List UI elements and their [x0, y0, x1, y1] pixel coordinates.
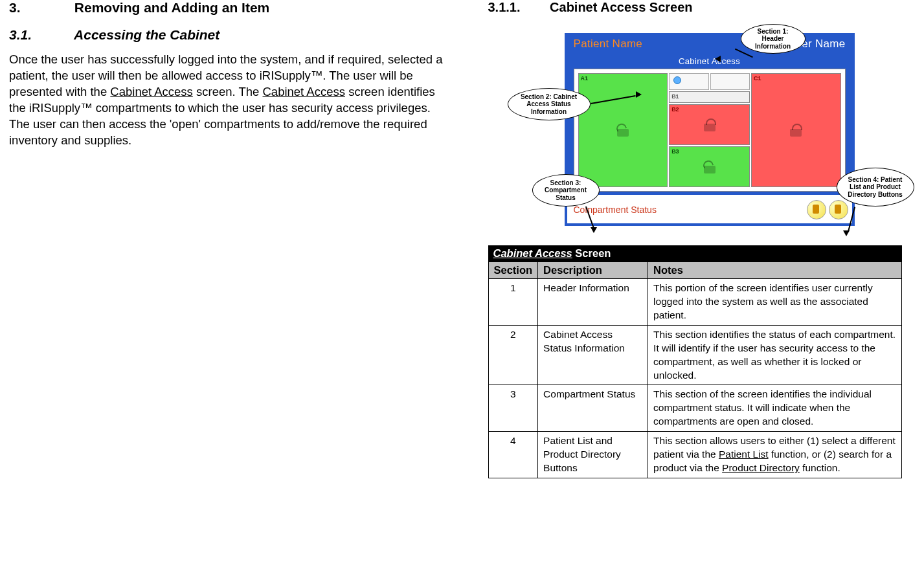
compartment-c1-label: C1 [754, 75, 761, 82]
table-caption-underline: Cabinet Access [493, 247, 572, 259]
compartment-b3: B3 [669, 146, 750, 187]
cell-section: 4 [488, 432, 538, 478]
arrowhead-1 [715, 56, 721, 62]
th-description: Description [538, 262, 648, 279]
compartment-c1: C1 [751, 73, 841, 187]
table-row: 4 Patient List and Product Directory But… [488, 432, 902, 478]
compartment-a1-label: A1 [581, 75, 589, 82]
table-caption-rest: Screen [572, 247, 611, 259]
heading-3-1-text: Accessing the Cabinet [74, 27, 220, 42]
intro-underline-2: Cabinet Access [262, 85, 345, 98]
panel-left [669, 73, 708, 90]
intro-underline-1: Cabinet Access [110, 85, 193, 98]
product-directory-button-icon [829, 200, 848, 219]
cell-notes: This portion of the screen identifies us… [648, 279, 902, 326]
patient-list-button-icon [807, 200, 826, 219]
cabinet-screen-mock: Patient Name User Name Cabinet Access A1 [565, 33, 855, 226]
note4-b: Patient List [719, 449, 769, 460]
arrowhead-2 [636, 91, 642, 98]
cabinet-body-title: Cabinet Access [574, 56, 846, 69]
compartment-b1: B1 [669, 91, 750, 103]
intro-paragraph: Once the user has successfully logged in… [9, 52, 443, 149]
compartment-a1: A1 [578, 73, 668, 187]
cabinet-footer: Compartment Status [567, 194, 852, 223]
table-row: 2 Cabinet Access Status Information This… [488, 325, 902, 385]
table-header-row: Section Description Notes [488, 262, 902, 279]
panel-right [710, 73, 750, 90]
th-section: Section [488, 262, 538, 279]
table-row: 3 Compartment Status This section of the… [488, 385, 902, 432]
patient-name-label: Patient Name [574, 38, 643, 50]
callout-section-4: Section 4: Patient List and Product Dire… [837, 168, 914, 206]
heading-3-1-1-text: Cabinet Access Screen [550, 0, 692, 14]
cell-section: 1 [488, 279, 538, 326]
table-caption: Cabinet Access Screen [488, 245, 903, 262]
cabinet-units: A1 B1 B2 [574, 69, 846, 192]
arrowhead-3 [591, 227, 597, 233]
intro-text-2: screen. The [193, 85, 263, 98]
heading-3-1-number: 3.1. [9, 27, 71, 43]
table-row: 1 Header Information This portion of the… [488, 279, 902, 326]
cell-description: Cabinet Access Status Information [538, 325, 648, 385]
note4-d: Product Directory [722, 462, 800, 473]
cell-notes: This section of the screen identifies th… [648, 385, 902, 432]
cell-description: Compartment Status [538, 385, 648, 432]
unit-b: B1 B2 B3 [669, 73, 750, 187]
cell-section: 3 [488, 385, 538, 432]
cell-description: Patient List and Product Directory Butto… [538, 432, 648, 478]
unlock-icon [617, 124, 629, 137]
cell-section: 2 [488, 325, 538, 385]
note4-e: function. [800, 462, 840, 473]
compartment-b3-label: B3 [671, 148, 679, 155]
compartment-b2: B2 [669, 104, 750, 145]
cabinet-access-table: Cabinet Access Screen Section Descriptio… [488, 245, 903, 478]
callout-section-2: Section 2: Cabinet Access Status Informa… [508, 88, 591, 120]
callout-section-3: Section 3: Compartment Status [532, 174, 600, 206]
unlock-icon [704, 161, 716, 173]
cell-description: Header Information [538, 279, 648, 326]
unit-a: A1 [578, 73, 668, 187]
arrowhead-4 [843, 230, 850, 236]
unit-b-top [669, 73, 750, 90]
heading-3-text: Removing and Adding an Item [74, 0, 269, 15]
heading-3-1: 3.1. Accessing the Cabinet [9, 27, 443, 43]
footer-buttons [807, 200, 848, 219]
lock-icon [790, 124, 802, 137]
cell-notes: This section allows users to either (1) … [648, 432, 902, 478]
compartment-b2-label: B2 [671, 106, 679, 113]
th-notes: Notes [648, 262, 902, 279]
cabinet-body: Cabinet Access A1 [567, 52, 852, 194]
heading-3-number: 3. [9, 0, 71, 16]
cabinet-access-diagram: Section 1: Header Information Section 2:… [553, 33, 909, 226]
callout-section-1: Section 1: Header Information [741, 24, 806, 54]
heading-3: 3. Removing and Adding an Item [9, 0, 443, 16]
compartment-b1-label: B1 [671, 93, 679, 100]
clock-icon [673, 76, 681, 84]
heading-3-1-1-number: 3.1.1. [488, 0, 547, 15]
cabinet-header: Patient Name User Name [567, 36, 852, 52]
unit-c: C1 [751, 73, 841, 187]
heading-3-1-1: 3.1.1. Cabinet Access Screen [488, 0, 903, 15]
cell-notes: This section identifies the status of ea… [648, 325, 902, 385]
lock-icon [704, 118, 716, 131]
